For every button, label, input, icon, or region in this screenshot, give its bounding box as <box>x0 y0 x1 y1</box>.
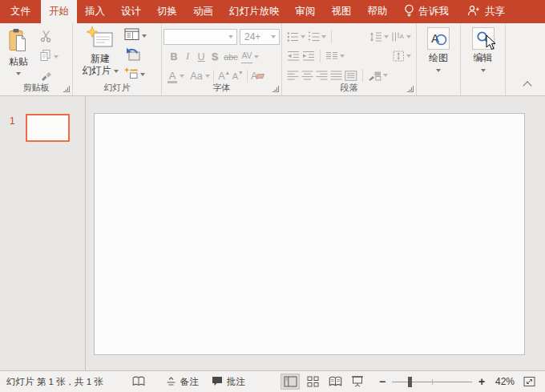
font-group: 24+ B I U S abc AV A Aa A▴ A▾ <box>162 23 282 95</box>
tab-review[interactable]: 审阅 <box>288 0 324 23</box>
paragraph-row2 <box>282 48 416 64</box>
drawing-button[interactable]: A 绘图 <box>417 27 460 72</box>
numbering-button[interactable] <box>308 30 326 45</box>
font-toggle-row: B I U S abc AV <box>162 49 281 64</box>
paste-clipboard-icon <box>8 28 29 56</box>
bullets-caret <box>301 35 305 38</box>
ribbon-tab-bar: 文件 开始 插入 设计 切换 动画 幻灯片放映 审阅 视图 帮助 告诉我 共享 <box>0 0 545 23</box>
powerpoint-window: 文件 开始 插入 设计 切换 动画 幻灯片放映 审阅 视图 帮助 告诉我 共享 <box>0 0 545 392</box>
paragraph-separator-2 <box>320 50 321 63</box>
zoom-out-button[interactable]: − <box>377 375 388 388</box>
comments-button[interactable]: 批注 <box>212 376 245 388</box>
text-shadow-button[interactable]: S <box>208 49 221 64</box>
tell-me-button[interactable]: 告诉我 <box>404 0 450 23</box>
drawing-icon: A <box>427 27 450 50</box>
slide-layout-button[interactable] <box>124 28 147 43</box>
drawing-caret <box>436 69 441 72</box>
paragraph-row3 <box>282 67 416 83</box>
bold-button[interactable]: B <box>168 49 180 64</box>
increase-indent-button[interactable] <box>302 49 315 64</box>
underline-button[interactable]: U <box>195 49 208 64</box>
spell-check-button[interactable] <box>132 376 145 387</box>
slide-1-number: 1 <box>10 115 15 127</box>
slideshow-view-button[interactable] <box>348 374 367 390</box>
comments-label: 批注 <box>227 376 245 388</box>
reading-view-button[interactable] <box>325 374 345 390</box>
new-slide-button[interactable]: 新建 幻灯片 <box>79 26 121 77</box>
zoom-percentage[interactable]: 42% <box>487 376 515 387</box>
columns-button[interactable] <box>325 49 345 64</box>
tell-me-label: 告诉我 <box>419 5 450 18</box>
change-case-caret <box>205 75 210 78</box>
reset-arrow-icon <box>124 47 140 64</box>
notes-button[interactable]: 备注 <box>166 376 199 388</box>
font-dialog-launcher[interactable] <box>272 86 279 92</box>
line-spacing-button[interactable] <box>369 30 389 45</box>
paragraph-dialog-launcher[interactable] <box>407 86 414 92</box>
convert-to-smartart-button[interactable] <box>368 68 388 83</box>
align-center-button[interactable] <box>301 68 313 83</box>
zoom-slider-thumb[interactable] <box>408 377 412 387</box>
collapse-ribbon-chevron-icon[interactable] <box>523 81 531 90</box>
slide-1-thumbnail[interactable] <box>26 114 70 142</box>
new-slide-label-line2-wrap: 幻灯片 <box>83 65 119 77</box>
new-slide-dropdown-caret <box>114 70 119 73</box>
tab-animations-label: 动画 <box>193 5 213 18</box>
normal-view-button[interactable] <box>281 374 300 390</box>
justify-button[interactable] <box>330 68 342 83</box>
tab-home[interactable]: 开始 <box>41 0 77 23</box>
clipboard-dialog-launcher[interactable] <box>63 86 70 92</box>
tab-insert-label: 插入 <box>85 5 105 18</box>
statusbar-right-cluster: − + 42% <box>277 374 539 390</box>
align-right-button[interactable] <box>316 68 328 83</box>
zoom-in-button[interactable]: + <box>476 375 487 388</box>
decrease-indent-button[interactable] <box>287 49 300 64</box>
tab-transitions[interactable]: 切换 <box>149 0 185 23</box>
share-button[interactable]: 共享 <box>467 0 505 23</box>
align-text-caret <box>406 55 411 58</box>
tab-design[interactable]: 设计 <box>113 0 149 23</box>
tab-file[interactable]: 文件 <box>0 0 41 23</box>
new-slide-label-line1: 新建 <box>91 53 110 65</box>
clipboard-group-label: 剪贴板 <box>0 82 72 94</box>
paste-button[interactable]: 粘贴 <box>2 28 35 75</box>
slide-sorter-view-button[interactable] <box>303 374 322 390</box>
font-group-label: 字体 <box>162 82 281 94</box>
font-name-combobox[interactable] <box>164 29 237 45</box>
slide-counter-text: 幻灯片 第 1 张，共 1 张 <box>6 376 103 388</box>
smartart-caret <box>383 74 388 77</box>
ribbon-filler <box>506 23 545 95</box>
font-separator-2 <box>247 70 248 83</box>
notes-label: 备注 <box>180 376 199 388</box>
section-caret <box>140 73 145 76</box>
character-spacing-button[interactable]: AV <box>240 49 253 64</box>
text-direction-button[interactable]: A <box>391 30 411 45</box>
font-size-value: 24+ <box>240 31 271 42</box>
new-slide-label-line2: 幻灯片 <box>83 65 111 77</box>
fit-slide-to-window-button[interactable] <box>519 374 539 390</box>
italic-button[interactable]: I <box>181 49 194 64</box>
tab-home-label: 开始 <box>49 5 69 18</box>
main-content: 1 <box>0 96 545 370</box>
section-button[interactable] <box>124 67 145 82</box>
add-remove-columns-button[interactable] <box>345 68 357 83</box>
cut-button[interactable] <box>40 30 53 45</box>
tab-animations[interactable]: 动画 <box>185 0 221 23</box>
slide-canvas[interactable] <box>94 113 525 355</box>
font-separator-1 <box>213 70 214 83</box>
align-left-button[interactable] <box>287 68 299 83</box>
tab-insert[interactable]: 插入 <box>77 0 113 23</box>
bullets-button[interactable] <box>287 30 305 45</box>
reset-slide-button[interactable] <box>124 47 140 64</box>
paragraph-separator-3 <box>362 69 363 82</box>
tab-slideshow[interactable]: 幻灯片放映 <box>221 0 288 23</box>
zoom-slider[interactable] <box>392 376 472 387</box>
font-size-combobox[interactable]: 24+ <box>240 29 280 45</box>
comment-bubble-icon <box>212 376 223 388</box>
strikethrough-button[interactable]: abc <box>222 49 240 64</box>
align-text-button[interactable] <box>393 49 411 64</box>
tab-view[interactable]: 视图 <box>324 0 360 23</box>
tab-help[interactable]: 帮助 <box>360 0 396 23</box>
editing-button[interactable]: 编辑 <box>461 27 505 72</box>
copy-button[interactable] <box>39 49 59 64</box>
